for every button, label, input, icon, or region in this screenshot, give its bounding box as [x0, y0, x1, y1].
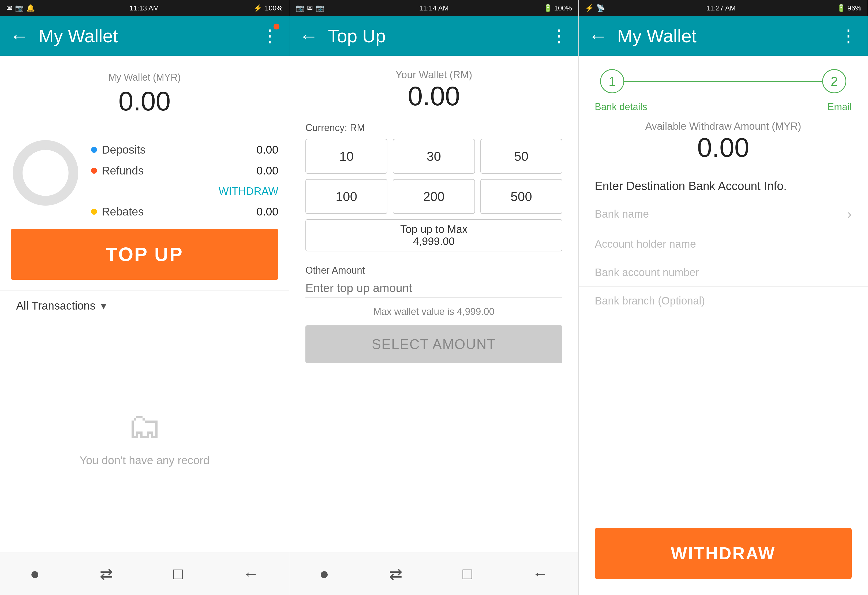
bluetooth-icon: ⚡: [254, 4, 262, 12]
empty-state: 🗂 You don't have any record: [0, 320, 289, 552]
time-display-3: 11:27 AM: [706, 4, 736, 12]
transactions-label: All Transactions: [16, 299, 95, 312]
status-bar-right-1: ⚡ 100%: [254, 4, 283, 12]
bank-branch-input[interactable]: [579, 287, 868, 315]
signal-icon-3: 📡: [596, 4, 605, 12]
nav-back-2[interactable]: ←: [532, 564, 548, 583]
step-1-circle: 1: [600, 69, 624, 93]
max-topup-row: Top up to Max 4,999.00: [306, 219, 562, 252]
max-value-note: Max wallet value is 4,999.00: [306, 306, 562, 317]
withdraw-link[interactable]: WITHDRAW: [218, 185, 278, 197]
battery-1: 100%: [265, 4, 283, 12]
status-bar-3: ⚡ 📡 11:27 AM 🔋 96%: [579, 0, 868, 16]
bluetooth-icon-3: ⚡: [585, 4, 594, 12]
back-button-3[interactable]: ←: [588, 25, 608, 47]
withdraw-button[interactable]: WITHDRAW: [595, 528, 852, 579]
envelope-icon: ✉: [6, 4, 12, 12]
available-section: Available Withdraw Amount (MYR) 0.00: [579, 121, 868, 163]
bottom-nav-2: ● ⇄ □ ←: [289, 552, 579, 595]
other-amount-input[interactable]: [306, 279, 562, 298]
app-bar-title-3: My Wallet: [617, 25, 697, 46]
amount-100-button[interactable]: 100: [306, 179, 387, 214]
wallet-empty-icon: 🗂: [127, 406, 162, 446]
back-button-1[interactable]: ←: [10, 25, 29, 47]
nav-recent-2[interactable]: ⇄: [389, 564, 402, 583]
amount-10-button[interactable]: 10: [306, 139, 387, 174]
menu-button-1[interactable]: ⋮: [261, 26, 278, 46]
bank-name-arrow: ›: [847, 206, 852, 222]
step-progress: 1 2: [579, 56, 868, 101]
app-bar-2: ← Top Up ⋮: [289, 16, 579, 56]
available-label: Available Withdraw Amount (MYR): [595, 121, 852, 132]
bank-section-title: Enter Destination Bank Account Info.: [579, 174, 868, 198]
amount-50-button[interactable]: 50: [480, 139, 562, 174]
bank-name-field[interactable]: Bank name ›: [579, 198, 868, 230]
available-balance: 0.00: [595, 132, 852, 163]
camera-icon: 📷: [15, 4, 24, 12]
wallet-info-section: My Wallet (MYR) 0.00: [0, 56, 289, 138]
max-topup-button[interactable]: Top up to Max 4,999.00: [306, 219, 562, 252]
nav-dot-1[interactable]: ●: [30, 564, 40, 583]
panel-my-wallet: ✉ 📷 🔔 11:13 AM ⚡ 100% ← My Wallet ⋮ My W…: [0, 0, 289, 595]
wallet-stats-row: Deposits 0.00 Refunds 0.00 WITHDRAW Reba…: [0, 138, 289, 218]
envelope-icon-2: ✉: [307, 4, 313, 12]
bank-name-label: Bank name: [595, 208, 649, 220]
nav-home-1[interactable]: □: [173, 564, 183, 583]
nav-dot-2[interactable]: ●: [319, 564, 329, 583]
svg-point-0: [18, 145, 74, 201]
transactions-filter[interactable]: All Transactions ▾: [0, 291, 289, 320]
wallet-donut-chart: [11, 138, 80, 208]
app-bar-1: ← My Wallet ⋮: [0, 16, 289, 56]
step-1-label: Bank details: [595, 101, 647, 112]
withdraw-row[interactable]: WITHDRAW: [91, 185, 278, 197]
bank-account-input[interactable]: [579, 258, 868, 287]
nav-home-2[interactable]: □: [463, 564, 472, 583]
refunds-dot: [91, 168, 97, 174]
camera-icon-3: 📷: [316, 4, 324, 12]
step-labels: Bank details Email: [579, 101, 868, 112]
app-bar-title-1: My Wallet: [38, 25, 118, 46]
empty-state-text: You don't have any record: [80, 454, 210, 467]
refunds-row: Refunds 0.00: [91, 164, 278, 177]
back-button-2[interactable]: ←: [299, 25, 318, 47]
amount-30-button[interactable]: 30: [393, 139, 475, 174]
deposits-row: Deposits 0.00: [91, 144, 278, 156]
refunds-label: Refunds: [102, 164, 143, 177]
status-bar-left-1: ✉ 📷 🔔: [6, 4, 35, 12]
app-bar-3: ← My Wallet ⋮: [579, 16, 868, 56]
deposits-label: Deposits: [102, 144, 145, 156]
your-wallet-label: Your Wallet (RM): [306, 69, 562, 81]
menu-button-3[interactable]: ⋮: [840, 26, 857, 46]
wallet-stats-list: Deposits 0.00 Refunds 0.00 WITHDRAW Reba…: [91, 138, 278, 218]
other-amount-label: Other Amount: [306, 265, 562, 276]
step-2-label: Email: [828, 101, 852, 112]
status-bar-2: 📷 ✉ 📷 11:14 AM 🔋 100%: [289, 0, 579, 16]
battery-2: 🔋 100%: [543, 4, 572, 12]
camera-icon-2: 📷: [296, 4, 304, 12]
select-amount-button[interactable]: SELECT AMOUNT: [306, 326, 562, 363]
nav-recent-1[interactable]: ⇄: [100, 564, 113, 583]
time-display-2: 11:14 AM: [419, 4, 449, 12]
wallet-currency-label: My Wallet (MYR): [108, 72, 181, 83]
max-topup-line2: 4,999.00: [413, 235, 455, 247]
top-up-button[interactable]: TOP UP: [11, 229, 278, 280]
max-topup-line1: Top up to Max: [400, 223, 468, 235]
time-display-1: 11:13 AM: [129, 4, 159, 12]
topup-content: Your Wallet (RM) 0.00 Currency: RM 10 30…: [289, 56, 579, 552]
account-holder-input[interactable]: [579, 230, 868, 258]
amount-200-button[interactable]: 200: [393, 179, 475, 214]
chevron-down-icon: ▾: [101, 299, 106, 312]
panel-withdraw: ⚡ 📡 11:27 AM 🔋 96% ← My Wallet ⋮ 1 2 Ban…: [579, 0, 868, 595]
currency-label: Currency: RM: [306, 122, 562, 133]
rebates-dot: [91, 209, 97, 215]
menu-button-2[interactable]: ⋮: [551, 26, 568, 46]
step-connector-line: [624, 81, 822, 82]
deposits-dot: [91, 147, 97, 153]
your-wallet-balance: 0.00: [306, 81, 562, 111]
nav-back-1[interactable]: ←: [243, 564, 259, 583]
amount-grid: 10 30 50 100 200 500: [306, 139, 562, 214]
amount-500-button[interactable]: 500: [480, 179, 562, 214]
rebates-row: Rebates 0.00: [91, 205, 278, 218]
step-2-circle: 2: [822, 69, 846, 93]
status-bar-right-3: 🔋 96%: [837, 4, 861, 12]
